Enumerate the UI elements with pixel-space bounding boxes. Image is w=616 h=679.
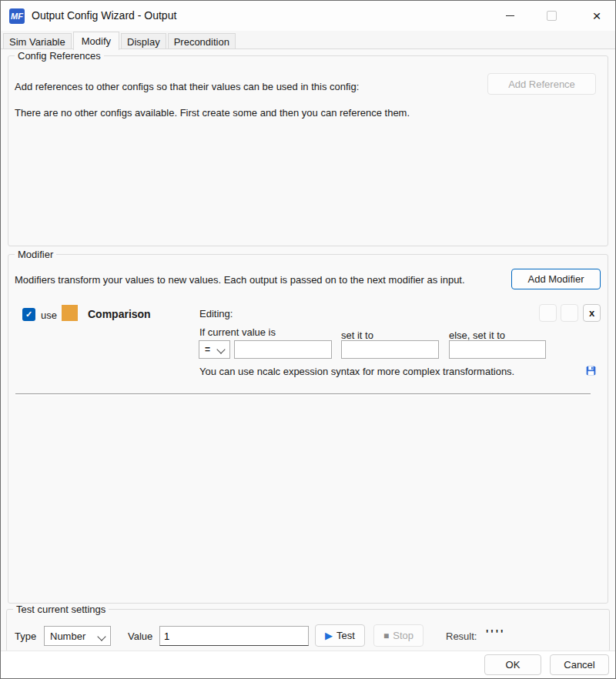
modifier-group-title: Modifier: [15, 249, 56, 260]
chevron-down-icon: [216, 345, 225, 353]
play-icon: ▶: [325, 630, 333, 641]
editing-label: Editing:: [199, 308, 233, 319]
value-label: Value: [128, 630, 152, 642]
set-to-label: set it to: [341, 329, 373, 341]
stop-button-label: Stop: [393, 630, 413, 641]
type-selected-value: Number: [50, 630, 85, 642]
modifier-row: ✓ use Comparison Editing: If current val…: [9, 297, 608, 395]
maximize-button[interactable]: [534, 1, 569, 31]
else-set-to-label: else, set it to: [449, 329, 505, 341]
use-checkbox[interactable]: ✓: [22, 308, 35, 321]
add-reference-button[interactable]: Add Reference: [487, 73, 596, 95]
config-references-group: Config References Add references to othe…: [8, 55, 608, 246]
tab-display[interactable]: Display: [121, 33, 166, 49]
row-separator: [15, 393, 591, 396]
stop-icon: ■: [383, 631, 389, 641]
move-down-button[interactable]: [561, 304, 578, 322]
use-checkbox-label: use: [41, 309, 57, 321]
add-modifier-button[interactable]: Add Modifier: [511, 269, 601, 289]
move-up-button[interactable]: [539, 304, 557, 322]
test-settings-group: Test current settings Type Number Value …: [6, 609, 610, 652]
cancel-button[interactable]: Cancel: [550, 654, 609, 675]
tab-strip: Sim Variable Modify Display Precondition: [1, 31, 615, 49]
footer-bar: OK Cancel: [1, 651, 615, 678]
config-references-description: Add references to other configs so that …: [15, 81, 359, 92]
delete-modifier-button[interactable]: x: [583, 304, 601, 322]
config-references-empty-message: There are no other configs available. Fi…: [15, 107, 410, 119]
save-icon: [586, 363, 596, 379]
test-button-label: Test: [336, 630, 355, 641]
minimize-icon: [506, 15, 514, 16]
type-label: Type: [15, 630, 36, 642]
save-modifier-button[interactable]: [581, 361, 601, 380]
window-title: Output Config Wizard - Output: [32, 1, 176, 31]
condition-value-input[interactable]: [234, 340, 332, 359]
ncalc-hint: You can use ncalc expession syntax for m…: [199, 366, 514, 377]
ok-button[interactable]: OK: [484, 654, 541, 675]
stop-button[interactable]: ■ Stop: [373, 624, 424, 647]
condition-label: If current value is: [199, 326, 276, 338]
modifier-name: Comparison: [88, 308, 151, 320]
title-bar: MF Output Config Wizard - Output ×: [1, 1, 615, 31]
check-icon: ✓: [25, 309, 32, 319]
modify-tab-page: Config References Add references to othe…: [1, 48, 615, 678]
maximize-icon: [547, 11, 557, 21]
set-to-input[interactable]: [341, 340, 439, 359]
tab-modify[interactable]: Modify: [73, 32, 119, 50]
result-label: Result:: [446, 630, 477, 642]
close-icon: ×: [592, 8, 601, 23]
modifier-color-swatch[interactable]: [62, 305, 78, 321]
test-button[interactable]: ▶ Test: [315, 624, 365, 647]
operator-selected-value: =: [205, 344, 210, 355]
minimize-button[interactable]: [492, 1, 527, 31]
config-references-group-title: Config References: [15, 50, 104, 62]
test-settings-group-title: Test current settings: [13, 604, 109, 615]
else-set-to-input[interactable]: [449, 340, 546, 359]
modifier-group: Modifier Modifiers transform your values…: [8, 254, 608, 604]
operator-select[interactable]: =: [199, 340, 230, 359]
dialog-window: MF Output Config Wizard - Output × Sim V…: [0, 0, 616, 679]
close-button[interactable]: ×: [578, 1, 615, 31]
chevron-down-icon: [97, 632, 105, 641]
value-input[interactable]: [159, 626, 309, 646]
tab-sim-variable[interactable]: Sim Variable: [3, 33, 72, 49]
app-logo-icon: MF: [9, 8, 25, 24]
result-value: '''': [486, 627, 505, 640]
type-select[interactable]: Number: [44, 626, 111, 646]
tab-precondition[interactable]: Precondition: [168, 33, 236, 49]
modifier-description: Modifiers transform your values to new v…: [15, 274, 465, 286]
